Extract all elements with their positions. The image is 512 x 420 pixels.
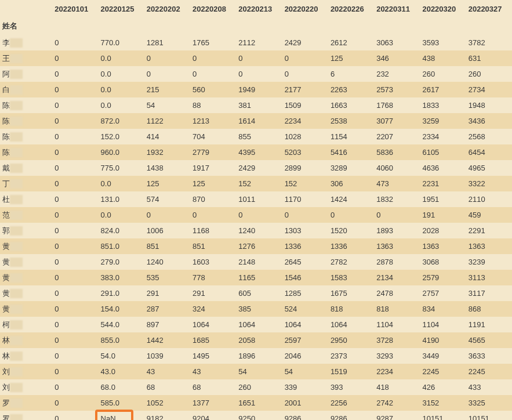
- name-text: 黄: [2, 305, 10, 313]
- name-text: 陈: [2, 148, 10, 157]
- value-cell: 1240: [236, 223, 282, 238]
- value-cell: 1424: [328, 191, 374, 207]
- value-cell: 9250: [236, 411, 282, 420]
- value-cell: 0: [52, 35, 98, 50]
- value-cell: 0: [52, 254, 98, 270]
- value-cell: 3436: [466, 113, 512, 129]
- value-cell: 818: [328, 301, 374, 317]
- value-cell: 3239: [466, 254, 512, 270]
- table-row: 王00.00000125346438631: [0, 50, 512, 66]
- value-cell: 0.0: [99, 82, 144, 97]
- value-cell: 1064: [190, 317, 236, 332]
- value-cell: 154.0: [99, 301, 144, 317]
- value-cell: 2734: [466, 82, 512, 97]
- value-cell: 279.0: [99, 254, 144, 270]
- value-cell: 2597: [282, 332, 328, 348]
- table-row: 戴0775.014381917242928993289406046364965: [0, 160, 512, 176]
- col-header: 20220320: [420, 0, 466, 17]
- value-cell: 1546: [282, 270, 328, 285]
- value-cell: 2579: [420, 270, 466, 285]
- value-cell: 1052: [144, 395, 190, 411]
- value-cell: 0: [52, 348, 98, 364]
- redacted-icon: [10, 85, 23, 95]
- value-cell: 291: [144, 285, 190, 301]
- value-cell: 2134: [374, 270, 420, 285]
- value-cell: 851: [144, 238, 190, 254]
- value-cell: 775.0: [99, 160, 144, 176]
- name-cell: 阿: [0, 66, 52, 82]
- value-cell: NaN: [99, 411, 144, 420]
- value-cell: 0: [52, 238, 98, 254]
- value-cell: 704: [190, 129, 236, 144]
- name-cell: 黄: [0, 254, 52, 270]
- value-cell: 1896: [236, 348, 282, 364]
- name-cell: 戴: [0, 160, 52, 176]
- name-header: 姓名: [0, 17, 52, 35]
- value-cell: 291: [190, 285, 236, 301]
- value-cell: 1303: [282, 223, 328, 238]
- value-cell: 473: [374, 176, 420, 191]
- value-cell: 1765: [190, 35, 236, 50]
- value-cell: 6454: [466, 144, 512, 160]
- value-cell: 346: [374, 50, 420, 66]
- value-cell: 2429: [282, 35, 328, 50]
- value-cell: 1276: [236, 238, 282, 254]
- value-cell: 1893: [374, 223, 420, 238]
- value-cell: 2779: [190, 144, 236, 160]
- value-cell: 560: [190, 82, 236, 97]
- name-cell: 林: [0, 348, 52, 364]
- value-cell: 88: [190, 97, 236, 113]
- name-header-row: 姓名: [0, 17, 512, 35]
- value-cell: 2028: [420, 223, 466, 238]
- value-cell: 0.0: [99, 97, 144, 113]
- value-cell: 2234: [374, 364, 420, 379]
- table-row: 黄0154.0287324385524818818834868: [0, 301, 512, 317]
- value-cell: 3593: [420, 35, 466, 50]
- redacted-icon: [10, 54, 23, 63]
- value-cell: 260: [236, 379, 282, 395]
- value-cell: 2001: [282, 395, 328, 411]
- name-cell: 李: [0, 35, 52, 50]
- value-cell: 1917: [190, 160, 236, 176]
- value-cell: 1281: [144, 35, 190, 50]
- value-cell: 1509: [282, 97, 328, 113]
- value-cell: 1948: [466, 97, 512, 113]
- value-cell: 5203: [282, 144, 328, 160]
- value-cell: 9182: [144, 411, 190, 420]
- redacted-icon: [10, 320, 23, 330]
- value-cell: 1614: [236, 113, 282, 129]
- value-cell: 1039: [144, 348, 190, 364]
- value-cell: 0: [236, 66, 282, 82]
- value-cell: 0: [52, 113, 98, 129]
- value-cell: 0.0: [99, 176, 144, 191]
- name-text: 刘: [2, 367, 10, 376]
- redacted-icon: [10, 273, 23, 283]
- value-cell: 1154: [328, 129, 374, 144]
- value-cell: 0.0: [99, 207, 144, 223]
- table-row: 黄0279.012401603214826452782287830683239: [0, 254, 512, 270]
- name-text: 王: [2, 54, 10, 63]
- value-cell: 2950: [328, 332, 374, 348]
- value-cell: 851: [190, 238, 236, 254]
- value-cell: 3322: [466, 176, 512, 191]
- value-cell: 2207: [374, 129, 420, 144]
- value-cell: 1006: [144, 223, 190, 238]
- name-text: 白: [2, 85, 10, 94]
- value-cell: 433: [466, 379, 512, 395]
- name-cell: 罗: [0, 411, 52, 420]
- value-cell: 3117: [466, 285, 512, 301]
- value-cell: 3289: [328, 160, 374, 176]
- value-cell: 2112: [236, 35, 282, 50]
- value-cell: 1191: [466, 317, 512, 332]
- value-cell: 1583: [328, 270, 374, 285]
- value-cell: 1363: [420, 238, 466, 254]
- value-cell: 1363: [374, 238, 420, 254]
- value-cell: 0: [52, 82, 98, 97]
- value-cell: 1240: [144, 254, 190, 270]
- value-cell: 260: [420, 66, 466, 82]
- value-cell: 3325: [466, 395, 512, 411]
- value-cell: 870: [190, 191, 236, 207]
- name-cell: 陈: [0, 113, 52, 129]
- table-row: 陈00.0548838115091663176818331948: [0, 97, 512, 113]
- value-cell: 4965: [466, 160, 512, 176]
